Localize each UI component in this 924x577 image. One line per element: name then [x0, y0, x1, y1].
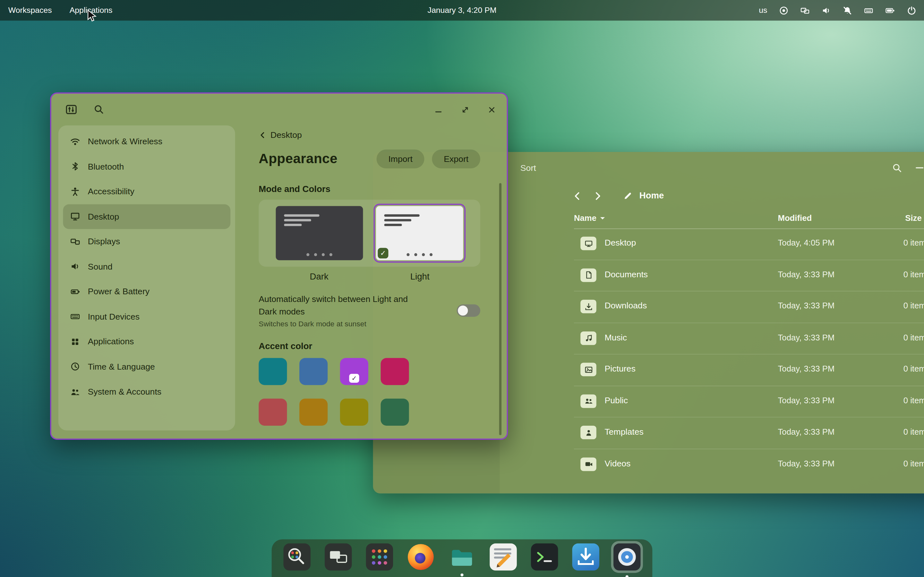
desktop-icon [69, 211, 80, 221]
back-link[interactable]: Desktop [258, 130, 302, 139]
battery-icon[interactable] [885, 5, 895, 15]
table-row[interactable]: Downloads Today, 3:33 PM 0 items [574, 292, 924, 323]
input-devices-icon [69, 311, 80, 322]
sidebar-item-bluetooth[interactable]: Bluetooth [63, 154, 231, 179]
accent-swatch-teal[interactable] [258, 358, 287, 385]
sidebar-item-label: Sound [88, 262, 113, 271]
window-switcher-icon [325, 543, 352, 570]
file-size: 0 items [903, 238, 924, 247]
settings-search-icon[interactable] [93, 103, 104, 117]
sidebar-item-system-accounts[interactable]: System & Accounts [63, 379, 231, 404]
accent-swatch-purple[interactable]: ✓ [340, 358, 368, 385]
dock-item-launcher[interactable] [283, 543, 310, 570]
mode-section-heading: Mode and Colors [258, 183, 480, 193]
column-modified[interactable]: Modified [778, 213, 812, 222]
dock-item-window-switcher[interactable] [325, 543, 352, 570]
power-battery-icon [69, 287, 80, 297]
dark-mode-option[interactable] [273, 203, 365, 263]
accent-swatch-red[interactable] [258, 398, 287, 425]
settings-content: Desktop Appearance Import Export Mode an… [258, 125, 480, 425]
sidebar-item-time-language[interactable]: Time & Language [63, 354, 231, 379]
accent-swatch-green[interactable] [381, 398, 409, 425]
file-name: Templates [604, 427, 643, 436]
dark-mode-label: Dark [273, 271, 365, 281]
table-row[interactable]: Public Today, 3:33 PM 0 items [574, 386, 924, 417]
maximize-button[interactable] [459, 103, 471, 115]
sidebar-item-label: Accessibility [88, 187, 134, 196]
notifications-disabled-icon[interactable] [843, 5, 852, 15]
dock-item-terminal[interactable] [531, 543, 558, 570]
edit-location-icon[interactable] [623, 191, 633, 203]
file-name: Documents [604, 269, 648, 279]
applications-icon [69, 337, 80, 347]
files-minimize-button[interactable] [916, 167, 923, 169]
accent-swatch-magenta[interactable] [381, 358, 409, 385]
light-mode-option[interactable]: ✓ [373, 203, 465, 263]
dock-item-text-editor[interactable] [489, 543, 517, 570]
sidebar-item-accessibility[interactable]: Accessibility [63, 179, 231, 204]
sort-button[interactable]: Sort [520, 163, 536, 172]
table-row[interactable]: Desktop Today, 4:05 PM 0 items [574, 229, 924, 260]
table-row[interactable]: Music Today, 3:33 PM 0 items [574, 323, 924, 354]
accent-swatch-olive[interactable] [340, 398, 368, 425]
keyboard-layout-indicator[interactable]: us [759, 6, 767, 15]
accessibility-icon [69, 187, 80, 197]
sidebar-item-input-devices[interactable]: Input Devices [63, 304, 231, 329]
sidebar-item-sound[interactable]: Sound [63, 254, 231, 279]
file-size: 0 items [903, 427, 924, 436]
column-size[interactable]: Size [905, 213, 921, 222]
column-name[interactable]: Name [574, 213, 606, 222]
file-name: Pictures [604, 364, 635, 373]
running-indicator [460, 574, 463, 576]
displays-icon [69, 237, 80, 247]
keyboard-icon[interactable] [864, 5, 873, 15]
file-modified: Today, 3:33 PM [778, 395, 835, 405]
firefox-icon [407, 543, 434, 570]
sidebar-item-network-wireless[interactable]: Network & Wireless [63, 129, 231, 154]
power-icon[interactable] [907, 5, 916, 15]
accent-color-grid: ✓ [258, 358, 480, 425]
scrollbar[interactable] [499, 183, 501, 435]
table-row[interactable]: Pictures Today, 3:33 PM 0 items [574, 355, 924, 386]
sidebar-item-applications[interactable]: Applications [63, 329, 231, 354]
dock-item-settings[interactable] [614, 543, 640, 570]
forward-button[interactable] [592, 191, 603, 203]
sidebar-item-displays[interactable]: Displays [63, 229, 231, 254]
volume-icon[interactable] [821, 5, 830, 15]
table-row[interactable]: Documents Today, 3:33 PM 0 items [574, 260, 924, 292]
workspaces-button[interactable]: Workspaces [8, 6, 52, 15]
import-button[interactable]: Import [376, 149, 425, 168]
templates-folder-icon [580, 426, 596, 439]
clock-button[interactable]: January 3, 4:20 PM [427, 6, 496, 15]
tiling-icon[interactable] [800, 5, 809, 15]
close-button[interactable] [485, 103, 497, 115]
export-button[interactable]: Export [432, 149, 480, 168]
running-indicator [626, 575, 628, 577]
sidebar-item-desktop[interactable]: Desktop [63, 204, 231, 229]
public-folder-icon [580, 394, 596, 408]
accent-swatch-amber[interactable] [299, 398, 328, 425]
file-modified: Today, 3:33 PM [778, 269, 835, 279]
dock-item-app-library[interactable] [366, 543, 393, 570]
table-row[interactable]: Videos Today, 3:33 PM 0 items [574, 449, 924, 480]
dock-item-firefox[interactable] [407, 543, 434, 570]
auto-switch-toggle[interactable] [457, 304, 480, 317]
status-orb-icon[interactable] [779, 5, 788, 15]
selected-mode-check-icon: ✓ [378, 247, 388, 258]
sidebar-item-label: Input Devices [88, 312, 140, 321]
dock-item-files[interactable] [449, 543, 475, 570]
file-size: 0 items [903, 458, 924, 468]
file-name: Downloads [604, 301, 647, 310]
files-search-icon[interactable] [892, 163, 902, 175]
file-name: Videos [604, 458, 630, 468]
pictures-folder-icon [580, 363, 596, 376]
back-button[interactable] [572, 191, 583, 203]
table-row[interactable]: Templates Today, 3:33 PM 0 items [574, 417, 924, 449]
minimize-button[interactable] [433, 103, 444, 115]
sidebar-item-label: Power & Battery [88, 287, 150, 296]
file-modified: Today, 3:33 PM [778, 301, 835, 310]
settings-app-icon[interactable] [65, 103, 78, 118]
dock-item-app-store[interactable] [572, 543, 599, 570]
sidebar-item-power-battery[interactable]: Power & Battery [63, 279, 231, 304]
accent-swatch-blue[interactable] [299, 358, 328, 385]
